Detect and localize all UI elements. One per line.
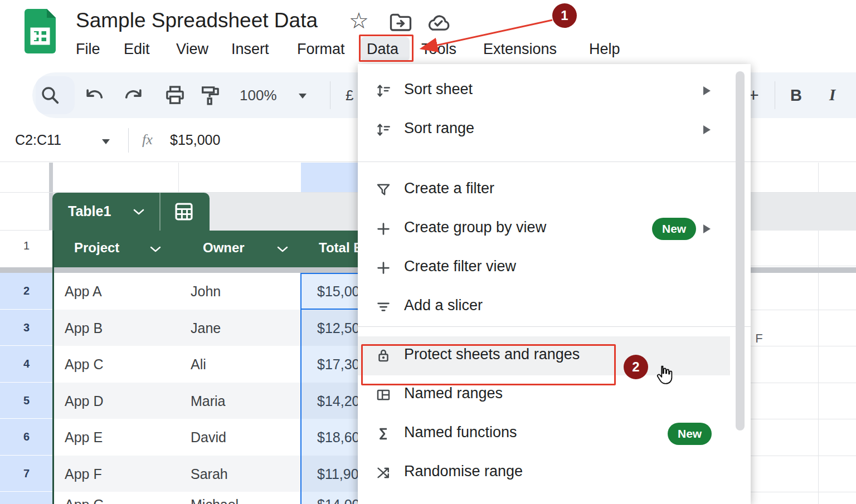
cell-owner[interactable]: Maria [191,393,226,409]
row-number-7[interactable]: 7 [0,456,53,492]
cell-owner[interactable]: Michael [191,497,239,504]
menu-scrollbar-thumb[interactable] [736,71,745,430]
menubar-item-tools[interactable]: Tools [421,39,456,59]
menu-item-label: Sort range [404,120,474,137]
plus-icon [375,221,392,237]
menu-item-create-group-by-view[interactable]: Create group by viewNew [358,209,730,248]
zoom-level[interactable]: 100% [240,87,277,104]
menu-item-sort-sheet[interactable]: Sort sheet [358,71,730,110]
slicer-icon [375,299,392,315]
menubar-item-help[interactable]: Help [589,39,620,59]
column-header-c-selected [301,163,362,192]
menu-item-label: Randomise range [404,463,523,480]
annotation-box-protect [361,344,616,385]
menubar-item-file[interactable]: File [76,39,100,59]
row-number-1[interactable]: 1 [0,239,53,252]
named-ranges-icon [375,386,392,403]
star-icon[interactable]: ☆ [349,8,369,33]
toolbar-divider [330,81,330,109]
row-number-4[interactable]: 4 [0,346,53,383]
menu-item-label: Named functions [404,424,517,441]
menu-item-add-a-slicer[interactable]: Add a slicer [358,287,730,326]
name-box-caret-icon[interactable] [102,139,110,144]
table-header-total-e[interactable]: Total E [319,240,362,256]
google-sheets-window: Sample Spreadsheet Data ☆ FileEditViewIn… [0,0,856,504]
table-name-pill[interactable]: Table1 [52,193,210,231]
formula-input[interactable]: $15,000 [170,132,220,148]
data-menu-dropdown: Sort sheetSort rangeCreate a filterCreat… [358,64,751,504]
sort-icon [375,121,392,138]
gridline [0,230,53,231]
column-header-F[interactable]: F [752,331,766,346]
sheets-logo[interactable] [25,9,56,53]
sort-icon [375,82,392,99]
cell-owner[interactable]: David [191,429,226,446]
column-filter-caret-icon[interactable] [149,246,162,253]
row-number-2[interactable]: 2 [0,273,53,310]
menu-item-label: Create group by view [404,219,546,236]
gridline [751,266,856,266]
annotation-box-data-menu [359,35,414,62]
row-number-3[interactable]: 3 [0,310,53,346]
zoom-dropdown-caret-icon[interactable] [299,94,307,99]
menubar-item-edit[interactable]: Edit [124,39,150,59]
cell-owner[interactable]: Jane [191,320,221,336]
cell-project[interactable]: App B [65,320,103,336]
move-folder-icon[interactable] [389,12,412,32]
cell-owner[interactable]: John [191,283,221,300]
row-number-8[interactable]: 8 [0,492,53,504]
cell-project[interactable]: App D [65,393,103,409]
redo-icon[interactable] [123,85,145,107]
search-icon[interactable] [39,84,61,106]
cell-project[interactable]: App F [65,466,102,482]
new-badge: New [652,218,696,240]
italic-button[interactable]: I [829,86,835,104]
table-header-project[interactable]: Project [74,240,119,256]
bold-button[interactable]: B [790,86,802,105]
document-title[interactable]: Sample Spreadsheet Data [76,9,318,32]
name-box[interactable]: C2:C11 [15,132,61,148]
menu-divider [358,326,751,327]
cell-project[interactable]: App A [65,283,102,300]
cell-project[interactable]: App G [65,497,104,504]
plus-icon [375,260,392,276]
menu-item-create-a-filter[interactable]: Create a filter [358,170,730,209]
menu-item-sort-range[interactable]: Sort range [358,110,730,149]
menu-item-named-functions[interactable]: Named functionsNew [358,414,730,453]
active-cell-border [300,273,362,310]
menu-item-label: Add a slicer [404,297,483,314]
submenu-arrow-icon [703,125,711,134]
cell-project[interactable]: App C [65,356,103,373]
gridline [751,419,856,419]
table-name-caret-icon[interactable] [133,208,145,216]
print-icon[interactable] [164,84,186,106]
cell-owner[interactable]: Ali [191,356,206,373]
cloud-status-icon[interactable] [426,12,451,31]
menu-item-create-filter-view[interactable]: Create filter view [358,248,730,287]
topbar: Sample Spreadsheet Data ☆ FileEditViewIn… [0,0,856,64]
row-number-6[interactable]: 6 [0,419,53,456]
new-badge: New [668,423,712,445]
cell-owner[interactable]: Sarah [191,466,228,482]
menubar-item-format[interactable]: Format [297,39,345,59]
paint-format-icon[interactable] [199,84,221,106]
menu-item-label: Create a filter [404,180,494,197]
gridline [751,383,856,383]
pill-divider [159,193,160,231]
gridline [751,492,856,492]
table-options-icon[interactable] [173,202,195,222]
menubar-item-view[interactable]: View [176,39,208,59]
menubar-item-extensions[interactable]: Extensions [483,39,557,59]
cell-project[interactable]: App E [65,429,103,446]
menubar-item-insert[interactable]: Insert [231,39,269,59]
undo-icon[interactable] [82,85,105,107]
formula-bar-divider [128,128,129,153]
hand-cursor-icon [654,365,674,387]
currency-format-button[interactable]: £ [346,87,353,104]
row-number-5[interactable]: 5 [0,383,53,419]
submenu-arrow-icon [703,86,711,95]
column-filter-caret-icon[interactable] [276,246,289,253]
table-header-owner[interactable]: Owner [203,240,245,256]
menu-item-randomise-range[interactable]: Randomise range [358,453,730,492]
menu-item-label: Create filter view [404,258,516,275]
